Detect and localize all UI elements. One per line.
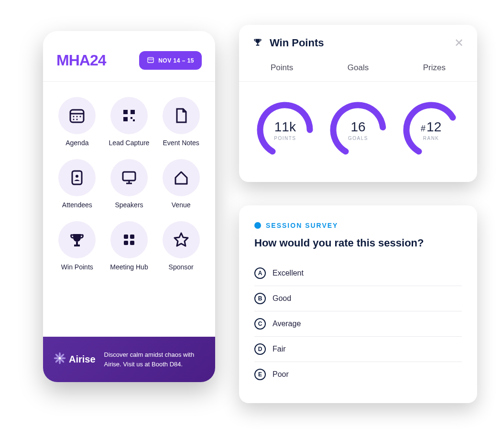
svg-rect-27 xyxy=(130,241,134,245)
svg-rect-15 xyxy=(131,117,132,119)
option-text: Good xyxy=(273,294,291,303)
survey-options: A Excellent B Good C Average D Fair E Po… xyxy=(254,261,462,387)
sponsor-banner[interactable]: Airise Discover calm amidst chaos with A… xyxy=(43,337,215,382)
option-letter: D xyxy=(254,343,266,355)
svg-point-8 xyxy=(76,116,78,117)
grid-item-meeting-hub[interactable]: Meeting Hub xyxy=(106,221,153,271)
survey-tag: SESSION SURVEY xyxy=(254,222,462,229)
grid-item-win-points[interactable]: Win Points xyxy=(54,221,101,271)
svg-rect-13 xyxy=(131,110,135,114)
survey-tag-text: SESSION SURVEY xyxy=(266,222,338,229)
option-letter: E xyxy=(254,369,266,380)
grid-label: Meeting Hub xyxy=(110,263,148,271)
grid-label: Event Notes xyxy=(163,139,199,147)
points-title: Win Points xyxy=(270,37,447,49)
points-header: Win Points ✕ xyxy=(239,25,477,58)
grid-item-sponsor[interactable]: Sponsor xyxy=(157,221,205,271)
svg-point-4 xyxy=(152,60,152,61)
option-letter: A xyxy=(254,267,266,279)
monitor-icon xyxy=(110,159,148,196)
svg-point-28 xyxy=(59,352,61,357)
option-letter: B xyxy=(254,293,266,304)
svg-rect-16 xyxy=(133,119,135,121)
trophy-icon xyxy=(252,37,263,49)
svg-point-29 xyxy=(59,359,61,364)
grid-label: Win Points xyxy=(61,263,93,271)
grid-item-venue[interactable]: Venue xyxy=(157,159,205,209)
home-icon xyxy=(163,159,200,196)
status-dot-icon xyxy=(254,222,261,229)
grid-label: Attendees xyxy=(62,201,92,209)
close-icon[interactable]: ✕ xyxy=(454,36,464,50)
svg-point-18 xyxy=(76,175,78,178)
badge-icon xyxy=(58,159,96,196)
survey-option[interactable]: D Fair xyxy=(254,337,462,362)
svg-point-7 xyxy=(73,116,75,117)
svg-rect-25 xyxy=(130,235,134,239)
option-text: Excellent xyxy=(273,269,304,277)
survey-option[interactable]: C Average xyxy=(254,311,462,337)
option-text: Average xyxy=(273,320,301,328)
tab-points[interactable]: Points xyxy=(244,58,320,81)
phone-card: MHA24 NOV 14 – 15 Agenda Lead Capture xyxy=(43,31,215,382)
svg-point-36 xyxy=(58,357,61,359)
tiles-icon xyxy=(110,221,148,258)
document-icon xyxy=(163,97,200,134)
option-text: Fair xyxy=(273,345,286,353)
svg-rect-24 xyxy=(124,235,128,239)
grid-item-lead-capture[interactable]: Lead Capture xyxy=(106,97,153,147)
app-grid: Agenda Lead Capture Event Notes Attendee… xyxy=(43,82,215,286)
grid-label: Speakers xyxy=(115,201,143,209)
app-logo: MHA24 xyxy=(56,52,106,69)
banner-text: Discover calm amidst chaos with Airise. … xyxy=(104,350,205,369)
qrcode-icon xyxy=(110,97,148,134)
gauge: #12 RANK xyxy=(400,99,462,161)
calendar-icon xyxy=(147,56,154,65)
svg-point-9 xyxy=(80,116,81,117)
svg-rect-12 xyxy=(123,110,128,114)
svg-rect-19 xyxy=(123,172,135,181)
survey-option[interactable]: A Excellent xyxy=(254,261,462,286)
calendar-icon xyxy=(58,97,96,134)
points-tabs: Points Goals Prizes xyxy=(239,58,477,82)
tab-goals[interactable]: Goals xyxy=(320,58,396,81)
svg-point-30 xyxy=(54,357,59,359)
grid-item-speakers[interactable]: Speakers xyxy=(106,159,153,209)
svg-rect-23 xyxy=(74,245,80,246)
gauge: 16 GOALS xyxy=(327,99,389,161)
svg-point-31 xyxy=(61,357,65,359)
svg-rect-37 xyxy=(257,43,258,44)
phone-header: MHA24 NOV 14 – 15 xyxy=(43,31,215,82)
grid-item-event-notes[interactable]: Event Notes xyxy=(157,97,205,147)
gauge: 11k POINTS xyxy=(254,99,316,161)
trophy-icon xyxy=(58,221,96,258)
gauges-row: 11k POINTS 16 GOALS #12 RANK xyxy=(239,82,477,182)
svg-rect-26 xyxy=(124,241,128,245)
grid-label: Sponsor xyxy=(169,263,194,271)
banner-brand: Airise xyxy=(54,352,96,367)
survey-question: How would you rate this session? xyxy=(254,237,462,249)
survey-card: SESSION SURVEY How would you rate this s… xyxy=(239,205,477,403)
svg-point-3 xyxy=(150,60,151,61)
grid-item-attendees[interactable]: Attendees xyxy=(54,159,101,209)
svg-rect-14 xyxy=(123,117,128,121)
grid-label: Agenda xyxy=(65,139,88,147)
date-label: NOV 14 – 15 xyxy=(158,57,194,64)
star-icon xyxy=(163,221,200,258)
grid-label: Venue xyxy=(172,201,191,209)
win-points-card: Win Points ✕ Points Goals Prizes 11k POI… xyxy=(239,25,477,182)
svg-point-11 xyxy=(76,119,78,120)
svg-rect-22 xyxy=(76,242,78,245)
option-text: Poor xyxy=(273,370,289,379)
survey-option[interactable]: B Good xyxy=(254,286,462,311)
grid-label: Lead Capture xyxy=(109,139,150,147)
svg-point-2 xyxy=(149,60,150,61)
survey-option[interactable]: E Poor xyxy=(254,362,462,387)
grid-item-agenda[interactable]: Agenda xyxy=(54,97,101,147)
tab-prizes[interactable]: Prizes xyxy=(396,58,472,81)
option-letter: C xyxy=(254,318,266,330)
svg-rect-38 xyxy=(256,45,260,46)
flower-icon xyxy=(54,352,66,367)
date-button[interactable]: NOV 14 – 15 xyxy=(139,51,202,70)
svg-point-10 xyxy=(73,119,75,120)
